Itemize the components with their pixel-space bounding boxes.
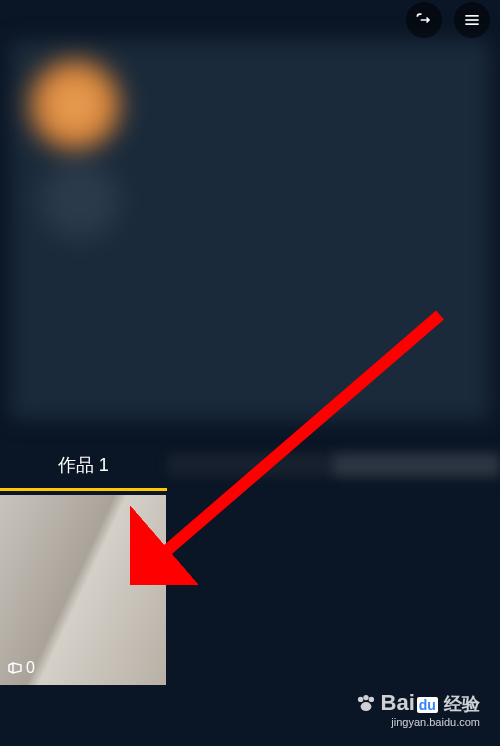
share-button[interactable] [406, 2, 442, 38]
watermark-suffix: 经验 [444, 694, 480, 714]
watermark-brand: Bai [381, 690, 415, 715]
pointing-hand-icon [414, 10, 434, 30]
svg-point-7 [368, 697, 373, 702]
play-count-value: 0 [26, 659, 35, 677]
profile-icon [40, 160, 120, 240]
play-icon [8, 662, 22, 674]
menu-icon [462, 10, 482, 30]
video-grid: 0 [0, 495, 500, 685]
watermark-url: jingyan.baidu.com [355, 716, 480, 728]
menu-button[interactable] [454, 2, 490, 38]
avatar [30, 60, 120, 150]
watermark: Baidu 经验 jingyan.baidu.com [355, 690, 480, 728]
video-thumbnail[interactable]: 0 [0, 495, 166, 685]
svg-point-8 [360, 702, 371, 711]
play-count: 0 [8, 659, 35, 677]
profile-card [10, 40, 490, 420]
tab-works-label: 作品 [58, 455, 94, 475]
tab-second[interactable] [167, 453, 334, 477]
tab-works-count: 1 [99, 455, 109, 475]
tabs: 作品 1 [0, 440, 500, 490]
paw-icon [355, 694, 377, 712]
svg-point-5 [357, 697, 362, 702]
tab-works[interactable]: 作品 1 [0, 441, 167, 489]
svg-point-6 [363, 695, 368, 700]
tab-third[interactable] [333, 453, 500, 477]
